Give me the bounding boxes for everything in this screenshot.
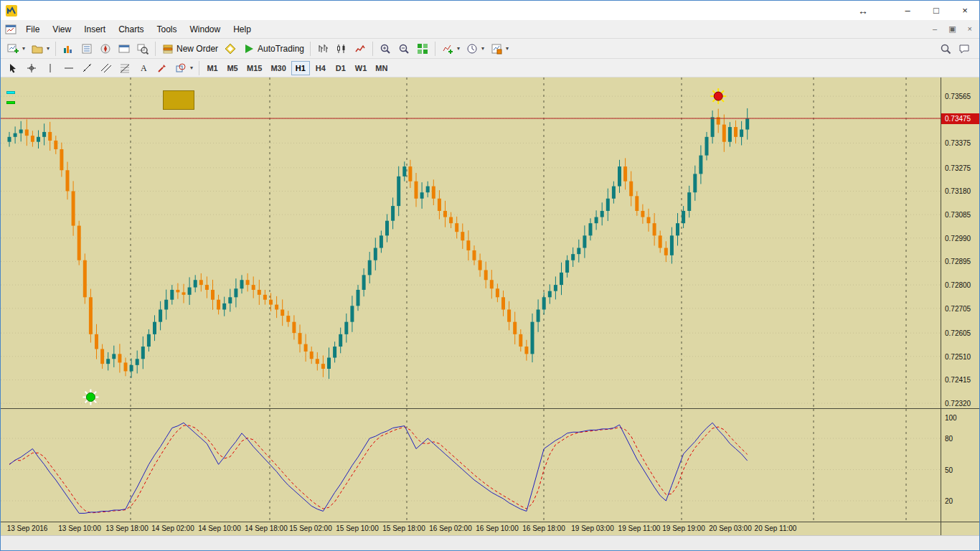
auto-button[interactable] [163,90,194,110]
price-label: 0.73275 [945,164,971,172]
cursor-tool[interactable] [4,60,22,77]
crosshair-tool[interactable] [22,60,41,77]
line-studies-toolbar: A▾M1M5M15M30H1H4D1W1MN [1,59,979,77]
minimize-chart-icon[interactable]: – [933,24,937,34]
shapes-tool[interactable]: ▾ [171,60,196,77]
terminal-button[interactable] [115,40,133,57]
chat-button[interactable] [955,40,974,57]
bar-chart-button[interactable] [314,40,332,57]
autotrading-button-label: AutoTrading [258,44,304,54]
time-axis[interactable]: 13 Sep 201613 Sep 10:0013 Sep 18:0014 Se… [1,522,941,535]
chart-area: 13 Sep 201613 Sep 10:0013 Sep 18:0014 Se… [1,77,980,535]
time-label: 14 Sep 10:00 [194,524,245,532]
close-button[interactable]: × [951,1,979,20]
tile-windows-button[interactable] [413,40,432,57]
new-order-button-label: New Order [176,44,218,54]
shapes-icon [174,62,187,75]
chat-icon [958,42,971,55]
indicators-button[interactable]: ▾ [438,40,463,57]
close-chart-icon[interactable]: × [968,24,972,34]
timeframe-h4[interactable]: H4 [311,61,330,75]
zoomin-icon [379,42,392,55]
stochastic-chart[interactable] [1,409,941,522]
menu-charts[interactable]: Charts [112,22,150,37]
new-order-button[interactable]: New Order [159,40,221,57]
restore-chart-icon[interactable]: ▣ [948,24,956,34]
strategy-tester-button[interactable] [133,40,152,57]
price-chart[interactable] [1,77,941,408]
menu-view[interactable]: View [46,22,77,37]
market-watch-button[interactable] [59,40,77,57]
timeframe-h1[interactable]: H1 [291,61,310,75]
standard-toolbar: ▾▾New OrderAutoTrading▾▾▾ [1,39,979,59]
template-icon [490,42,503,55]
profiles-button[interactable]: ▾ [28,40,52,57]
menu-help[interactable]: Help [227,22,258,37]
zoomout-icon [397,42,410,55]
buy-signal-marker [83,390,98,405]
price-label: 0.73565 [945,93,971,100]
tester-icon [136,42,149,55]
maximize-button[interactable]: □ [922,1,951,20]
new-chart-button[interactable]: ▾ [4,40,28,57]
channel-tool[interactable] [97,60,116,77]
arrows-tool[interactable] [153,60,171,77]
trendline-tool[interactable] [78,60,97,77]
text-tool[interactable]: A [134,60,153,77]
line-chart-button[interactable] [351,40,369,57]
candlestick-button[interactable] [332,40,351,57]
autotrading-button[interactable]: AutoTrading [240,40,307,57]
symbol-info [6,81,9,90]
dropdown-caret-icon: ▾ [47,45,50,52]
timeframe-w1[interactable]: W1 [352,61,371,75]
minimize-button[interactable]: – [893,1,922,20]
menu-window[interactable]: Window [184,22,227,37]
time-label: 13 Sep 18:00 [102,524,152,532]
menu-tools[interactable]: Tools [151,22,184,37]
zoom-in-button[interactable] [376,40,395,57]
timeframe-m1[interactable]: M1 [203,61,222,75]
fibo-icon [118,62,131,75]
fibonacci-tool[interactable] [116,60,134,77]
resize-arrows-icon[interactable]: ↔ [849,1,877,20]
search-button[interactable] [936,40,955,57]
buy-signal-label [6,101,15,104]
candles-icon [335,42,348,55]
timeframe-m5[interactable]: M5 [223,61,242,75]
timeframe-d1[interactable]: D1 [331,61,350,75]
zoom-out-button[interactable] [395,40,413,57]
time-label: 15 Sep 18:00 [379,524,429,532]
timeframe-m15[interactable]: M15 [243,61,265,75]
price-axis[interactable]: 0.735650.734750.733750.732750.731800.730… [941,77,980,535]
price-label: 0.72705 [945,305,971,313]
price-label: 0.73180 [945,187,971,195]
time-label: 20 Sep 11:00 [750,524,801,532]
vertical-line-tool[interactable] [41,60,60,77]
arrows-icon [156,62,169,75]
profiles-icon [31,42,44,55]
text-icon: A [137,62,150,75]
menu-insert[interactable]: Insert [77,22,112,37]
timeframe-m30[interactable]: M30 [267,61,289,75]
metaeditor-icon [224,42,237,55]
mdi-window-controls: –▣× [933,24,979,34]
horizontal-line-tool[interactable] [60,60,78,77]
toolbar-right-icons [936,40,979,57]
price-label: 0.73085 [945,211,971,219]
dropdown-caret-icon: ▾ [481,45,484,52]
dropdown-caret-icon: ▾ [506,45,509,52]
dropdown-caret-icon: ▾ [22,45,25,52]
metaeditor-button[interactable] [221,40,240,57]
periods-button[interactable]: ▾ [463,40,487,57]
menu-file[interactable]: File [19,22,46,37]
time-label: 20 Sep 03:00 [705,524,755,532]
toolbar-separator [372,42,373,56]
stoch-axis-label: 80 [945,435,953,443]
clock-icon [466,42,479,55]
data-window-button[interactable] [77,40,96,57]
timeframe-mn[interactable]: MN [372,61,391,75]
time-label: 19 Sep 03:00 [567,524,618,532]
navigator-button[interactable] [96,40,115,57]
templates-button[interactable]: ▾ [487,40,512,57]
time-label: 16 Sep 10:00 [472,524,522,532]
